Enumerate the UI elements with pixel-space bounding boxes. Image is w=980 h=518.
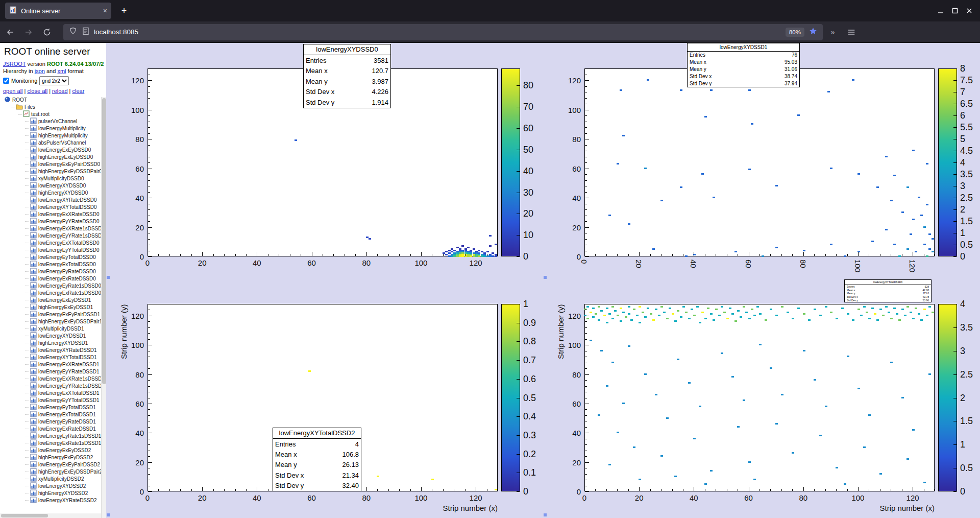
tree-item-label[interactable]: lowEnergyExXRateDSSD1 [38,362,100,367]
tree-item[interactable]: highEnergyExEyDSSD0 [3,153,106,160]
color-palette-bar[interactable] [501,68,520,256]
tree-item[interactable]: lowEnergyExRateDSSD0 [3,275,106,282]
stats-box[interactable]: lowEnergyXYDSSD1Entries76Mean x95.03Mean… [687,43,800,87]
page-info-icon[interactable] [82,27,90,37]
tree-item[interactable]: lowEnergyXYTotalDSSD1 [3,354,106,361]
sidebar-horizontal-scrollbar[interactable] [0,513,101,518]
tree-item-label[interactable]: highEnergyExEyDSSD0 [38,154,93,160]
stats-box[interactable]: lowEnergyXYTotalDSSD2Entries4Mean x106.8… [273,428,361,491]
tree-item[interactable]: lowEnergyExXTotalDSSD1 [3,389,106,396]
tree-item-label[interactable]: lowEnergyExEyDSSD2 [38,448,91,453]
tree-item-label[interactable]: lowEnergyEyRateDSSD1 [38,419,96,425]
tree-item[interactable]: lowEnergyExXRateDSSD0 [3,210,106,218]
tree-item-label[interactable]: lowEnergyExEyPairDSSD0 [38,161,100,167]
tree-item[interactable]: lowEnergyEyTotalDSSD0 [3,253,106,261]
tree-item[interactable]: pulserVsChannel [3,117,106,125]
tree-item-label[interactable]: lowEnergyEyYRateDSSD1 [38,369,100,374]
tree-item-label[interactable]: lowEnergyXYTotalDSSD1 [38,355,97,360]
tree-item-label[interactable]: test.root [31,111,50,117]
sidebar-vertical-scrollbar[interactable] [101,97,106,518]
tree-item[interactable]: lowEnergyExXRate1sDSSD1 [3,375,106,382]
tree-item-label[interactable]: lowEnergyEyTotalDSSD1 [38,405,96,410]
tree-item[interactable]: lowEnergyExRate1sDSSD1 [3,439,106,446]
tree-item[interactable]: lowEnergyEyYRateDSSD0 [3,218,106,225]
close-all-link[interactable]: close all [27,88,47,94]
tree-item-label[interactable]: highEnergyExEyDSSDPair0 [38,169,102,174]
tree-item[interactable]: lowEnergyExXRate1sDSSD0 [3,225,106,232]
tree-item-label[interactable]: xyMultiplicityDSSD0 [38,176,84,181]
tree-item[interactable]: lowEnergyExEyPairDSSD2 [3,461,106,468]
open-all-link[interactable]: open all [3,88,23,94]
tree-item[interactable]: highEnergyXYDSSD2 [3,489,106,497]
pad-resize-handle[interactable] [107,276,110,279]
stats-box[interactable]: lowEnergyXYTotalDSSD3Entries528Mean x42.… [844,279,932,302]
histogram-pad-3[interactable]: 02040608010012002040608010012043.532.521… [543,280,980,518]
tree-item-label[interactable]: highEnergyXYDSSD1 [38,340,88,346]
menu-icon[interactable] [843,24,860,40]
tree-node-file[interactable]: test.root [3,110,106,117]
tree-item-label[interactable]: lowEnergyXYDSSD0 [38,183,86,189]
pad-resize-handle[interactable] [107,513,110,516]
tree-item-label[interactable]: lowEnergyExXRate1sDSSD0 [38,226,105,231]
tree-item-label[interactable]: highEnergyExEyDSSD1 [38,304,93,310]
tree-item-label[interactable]: highEnergyExEyDSSDPair1 [38,319,102,324]
tree-item[interactable]: lowEnergyEyRate1sDSSD1 [3,432,106,439]
tree-item-label[interactable]: lowEnergyExRateDSSD0 [38,276,96,281]
window-minimize-button[interactable] [937,7,944,14]
browser-tab[interactable]: Online server × [5,3,111,19]
tree-item-label[interactable]: lowEnergyEyRateDSSD0 [38,269,96,274]
tree-item[interactable]: lowEnergyExEyDSSD2 [3,446,106,454]
tree-item-label[interactable]: absPulserVsChannel [38,140,86,146]
tree-item[interactable]: highEnergyXYDSSD0 [3,189,106,196]
scrollbar-thumb[interactable] [102,98,106,384]
tree-item[interactable]: lowEnergyXYRateDSSD0 [3,196,106,203]
tree-item-label[interactable]: lowEnergyMultiplicity [38,126,86,131]
tree-item[interactable]: lowEnergyEyYTotalDSSD0 [3,246,106,253]
tree-item-label[interactable]: highEnergyXYDSSD0 [38,190,88,196]
tree-item[interactable]: lowEnergyXYDSSD2 [3,482,106,489]
tree-item[interactable]: lowEnergyExEyPairDSSD0 [3,160,106,168]
pad-resize-handle[interactable] [544,513,547,516]
zoom-level-badge[interactable]: 80% [786,28,804,37]
tree-item[interactable]: lowEnergyExRateDSSD1 [3,425,106,432]
tree-item-label[interactable]: lowEnergyEyTotalDSSD0 [38,254,96,260]
stats-box[interactable]: lowEnergyXYDSSD0Entries3581Mean x120.7Me… [303,44,391,108]
reload-button[interactable] [39,24,55,40]
back-button[interactable] [2,24,18,40]
pad-resize-handle[interactable] [544,276,547,279]
histogram-pad-2[interactable]: 02040608010012002040608010012010.90.80.7… [106,280,543,518]
tree-item-label[interactable]: lowEnergyExXTotalDSSD1 [38,390,100,396]
tree-item[interactable]: highEnergyMultiplicity [3,132,106,139]
tree-item[interactable]: lowEnergyEyYRateDSSD1 [3,368,106,375]
tree-item-label[interactable]: lowEnergyEyRate1sDSSD0 [38,283,101,289]
histogram-pad-0[interactable]: 0204060801001200204060801001208070605040… [106,43,543,280]
tree-item-label[interactable]: lowEnergyExEyPairDSSD2 [38,462,100,467]
bookmark-star-icon[interactable] [808,27,818,38]
forward-button[interactable] [20,24,37,40]
tree-item[interactable]: lowEnergyExEyDSSD1 [3,296,106,303]
tree-item-label[interactable]: lowEnergyEyYTotalDSSD0 [38,247,100,253]
tree-item[interactable]: highEnergyExEyDSSD2 [3,454,106,461]
new-tab-button[interactable]: + [116,3,132,18]
tree-item[interactable]: lowEnergyMultiplicity [3,125,106,132]
tree-item[interactable]: lowEnergyExXTotalDSSD0 [3,239,106,246]
tree-item-label[interactable]: lowEnergyXYTotalDSSD0 [38,204,97,210]
tree-item-label[interactable]: ROOT [12,97,27,103]
jsroot-link[interactable]: JSROOT [3,61,26,67]
tree-item[interactable]: highEnergyExEyDSSDPair2 [3,468,106,475]
tree-item[interactable]: lowEnergyEyYTotalDSSD1 [3,396,106,404]
tree-item-label[interactable]: highEnergyXYDSSD2 [38,490,88,496]
monitoring-checkbox[interactable] [3,78,9,84]
tree-item-label[interactable]: Files [24,104,35,110]
tree-item[interactable]: lowEnergyExTotalDSSD0 [3,261,106,268]
tree-item[interactable]: lowEnergyEyYRate1sDSSD0 [3,232,106,239]
tree-item[interactable]: highEnergyXYDSSD1 [3,339,106,346]
tree-item[interactable]: lowEnergyExTotalDSSD1 [3,411,106,418]
tree-item[interactable]: xyMultiplicityDSSD2 [3,475,106,482]
tree-item-label[interactable]: lowEnergyEyYRate1sDSSD1 [38,383,105,389]
json-link[interactable]: json [35,68,45,74]
tree-item[interactable]: lowEnergyExRate1sDSSD0 [3,289,106,296]
tree-item-label[interactable]: xyMultiplicityDSSD2 [38,476,84,482]
tree-item-label[interactable]: lowEnergyXYRateDSSD0 [38,197,97,203]
tree-item[interactable]: lowEnergyXYRateDSSD1 [3,346,106,354]
